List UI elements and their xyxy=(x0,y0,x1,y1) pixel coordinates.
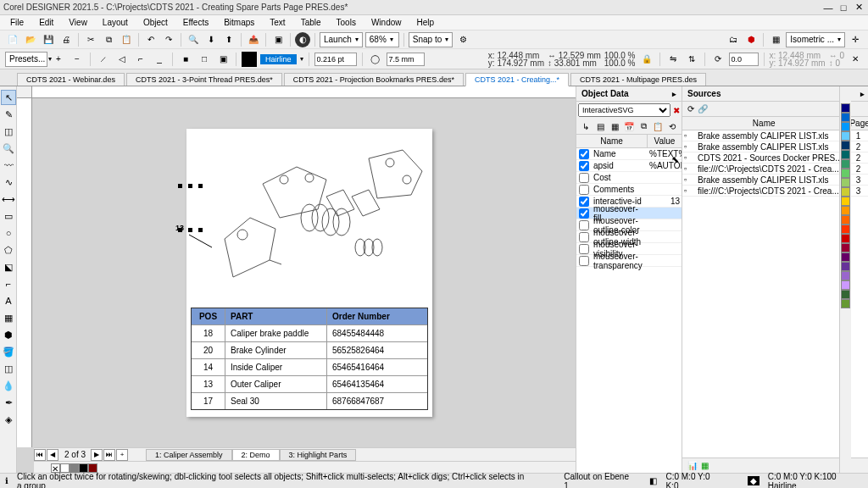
cut-icon[interactable]: ✂ xyxy=(83,32,98,47)
menu-help[interactable]: Help xyxy=(410,17,442,28)
shape-tool-icon[interactable]: ✎ xyxy=(1,107,16,122)
line-end-icon[interactable]: ◁ xyxy=(114,52,130,67)
text-tool-icon[interactable]: A xyxy=(1,293,16,308)
sources-refresh-icon[interactable]: ⟳ xyxy=(687,104,694,114)
palette-swatch[interactable] xyxy=(841,215,850,225)
menu-effects[interactable]: Effects xyxy=(176,17,215,28)
corner-icon[interactable]: ⌐ xyxy=(133,52,148,67)
halo-width-input[interactable] xyxy=(387,53,425,66)
od-icon-1[interactable]: ↳ xyxy=(580,120,592,132)
redo-icon[interactable]: ↷ xyxy=(161,32,176,47)
menu-table[interactable]: Table xyxy=(294,17,328,28)
halo-icon[interactable]: ◯ xyxy=(368,52,383,67)
doc-tab-4[interactable]: CDTS 2021 - Multipage PRES.des xyxy=(570,73,706,86)
page-tab-1[interactable]: 1: Caliper Assembly xyxy=(146,449,232,461)
od-checkbox[interactable] xyxy=(579,197,589,207)
od-calendar-icon[interactable]: 📅 xyxy=(623,120,635,132)
lock-ratio-icon[interactable]: 🔒 xyxy=(639,52,654,67)
sources-close-icon[interactable]: ▸ xyxy=(860,90,865,98)
sources-link-icon[interactable]: 🔗 xyxy=(698,104,708,114)
snap-dropdown[interactable]: Snap to xyxy=(409,32,453,47)
palette-swatch[interactable] xyxy=(841,271,850,280)
menu-layout[interactable]: Layout xyxy=(96,17,135,28)
canvas[interactable]: 13 POS PART Order Number 18Caliper brake… xyxy=(17,86,576,473)
od-checkbox[interactable] xyxy=(579,161,589,171)
page-tab-2[interactable]: 2: Demo xyxy=(232,449,280,461)
mirror-h-icon[interactable]: ⇋ xyxy=(665,52,681,67)
palette-swatch[interactable] xyxy=(841,280,850,290)
doc-tab-3[interactable]: CDTS 2021 - Creating...* xyxy=(465,73,569,86)
eyedropper-tool-icon[interactable]: 💧 xyxy=(1,378,16,393)
object-data-row[interactable]: Cost xyxy=(576,172,682,184)
callout-object[interactable]: 13 xyxy=(182,226,216,253)
menu-tools[interactable]: Tools xyxy=(330,17,363,28)
od-checkbox[interactable] xyxy=(579,208,589,219)
add-preset-icon[interactable]: + xyxy=(51,52,66,67)
transparency-tool-icon[interactable]: ◫ xyxy=(1,361,16,376)
docker-close-icon[interactable]: ▸ xyxy=(672,90,676,98)
od-checkbox[interactable] xyxy=(579,244,589,254)
last-page-button[interactable]: ⏭ xyxy=(103,449,115,461)
palette-swatch[interactable] xyxy=(841,131,850,141)
palette-swatch[interactable] xyxy=(841,159,850,169)
palette-swatch[interactable] xyxy=(841,290,850,299)
freehand-tool-icon[interactable]: 〰 xyxy=(1,158,16,173)
interactive-tool-icon[interactable]: ◈ xyxy=(1,412,16,427)
palette-swatch[interactable] xyxy=(841,169,850,178)
menu-text[interactable]: Text xyxy=(263,17,292,28)
connector-tool-icon[interactable]: ⌐ xyxy=(1,276,16,291)
axis-icon[interactable]: ✛ xyxy=(848,32,863,47)
outline-icon[interactable]: □ xyxy=(197,52,212,67)
undo-icon[interactable]: ↶ xyxy=(143,32,159,47)
close-button[interactable]: ✕ xyxy=(853,3,865,13)
object-data-row[interactable]: Name%TEXT% xyxy=(576,148,682,160)
rotation-input[interactable] xyxy=(729,53,759,66)
palette-swatch[interactable] xyxy=(841,103,850,113)
gear-icon[interactable]: ⚙ xyxy=(455,32,470,47)
od-checkbox[interactable] xyxy=(579,173,589,183)
projection-dropdown[interactable]: Isometric ... xyxy=(786,32,845,47)
sources-excel-icon[interactable]: ▦ xyxy=(701,461,709,470)
menu-window[interactable]: Window xyxy=(364,17,409,28)
copy-icon[interactable]: ⧉ xyxy=(101,32,116,47)
od-checkbox[interactable] xyxy=(579,185,589,195)
palette-swatch[interactable] xyxy=(841,122,850,131)
ellipse-tool-icon[interactable]: ○ xyxy=(1,225,16,241)
zoom-dropdown[interactable]: 68% xyxy=(365,32,399,47)
curve-tool-icon[interactable]: ∿ xyxy=(1,175,16,190)
clear-transform-icon[interactable]: ✕ xyxy=(848,52,863,67)
grid-icon[interactable]: ▦ xyxy=(768,32,783,47)
doc-tab-2[interactable]: CDTS 2021 - Projection Bookmarks PRES.de… xyxy=(284,73,464,86)
maximize-button[interactable]: □ xyxy=(837,3,849,13)
mirror-v-icon[interactable]: ⇅ xyxy=(684,52,699,67)
doc-tab-0[interactable]: CDTS 2021 - Webinar.des xyxy=(17,73,125,86)
rectangle-tool-icon[interactable]: ▭ xyxy=(1,208,16,224)
both-icon[interactable]: ▣ xyxy=(215,52,231,67)
palette-swatch[interactable] xyxy=(841,150,850,159)
new-icon[interactable]: 📄 xyxy=(5,32,20,47)
palette-swatch[interactable] xyxy=(841,113,850,122)
od-checkbox[interactable] xyxy=(579,220,589,230)
doc-tab-1[interactable]: CDTS 2021 - 3-Point Thread PRES.des* xyxy=(126,73,282,86)
presets-dropdown[interactable]: Presets... xyxy=(5,52,47,67)
menu-object[interactable]: Object xyxy=(136,17,175,28)
callout-tool-icon[interactable]: ⬕ xyxy=(1,259,16,274)
object-data-row[interactable]: apsid%AUTOID% xyxy=(576,160,682,172)
object-data-row[interactable]: mouseover-transparency xyxy=(576,255,682,267)
menu-file[interactable]: File xyxy=(3,17,31,28)
od-sync-icon[interactable]: ⟲ xyxy=(666,120,678,132)
palette-swatch[interactable] xyxy=(841,141,850,150)
outline-tool-icon[interactable]: ✒ xyxy=(1,395,16,410)
od-copy-icon[interactable]: ⧉ xyxy=(637,120,649,132)
solid-icon[interactable]: ■ xyxy=(178,52,193,67)
menu-edit[interactable]: Edit xyxy=(32,17,60,28)
launch-dropdown[interactable]: Launch xyxy=(320,32,363,47)
pick-tool-icon[interactable]: ↖ xyxy=(1,90,16,105)
open-icon[interactable]: 📂 xyxy=(23,32,38,47)
vertical-ruler[interactable] xyxy=(17,98,32,447)
hairline-dropdown[interactable]: Hairline xyxy=(260,54,297,64)
table-tool-icon[interactable]: ▦ xyxy=(1,310,16,325)
zoom-tool-icon[interactable]: 🔍 xyxy=(1,141,16,156)
print-icon[interactable]: 🖨 xyxy=(58,32,74,47)
sources-add-icon[interactable]: 📊 xyxy=(687,461,698,470)
